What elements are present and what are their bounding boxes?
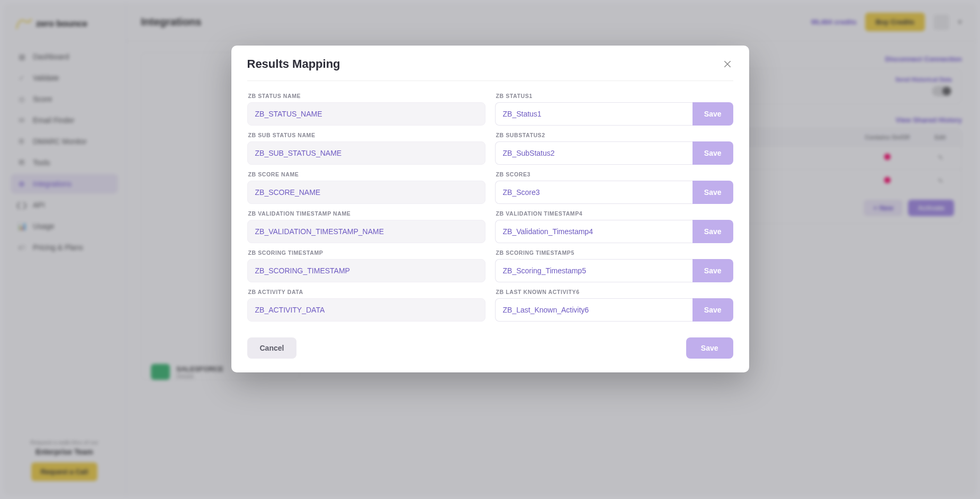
save-inline-button[interactable]: Save — [693, 298, 733, 322]
readonly-field: ZB_SCORE_NAME — [247, 181, 485, 204]
field-label: ZB VALIDATION TIMESTAMP NAME — [247, 207, 485, 220]
close-icon[interactable] — [722, 58, 733, 70]
field-label: ZB SCORING TIMESTAMP5 — [495, 246, 733, 259]
field-label: ZB VALIDATION TIMESTAMP4 — [495, 207, 733, 220]
save-inline-button[interactable]: Save — [693, 259, 733, 282]
field-label: ZB STATUS1 — [495, 90, 733, 102]
readonly-field: ZB_ACTIVITY_DATA — [247, 298, 485, 322]
mapping-input[interactable] — [495, 141, 693, 165]
mapping-input[interactable] — [495, 298, 693, 322]
field-label: ZB SCORE NAME — [247, 168, 485, 181]
save-inline-button[interactable]: Save — [693, 102, 733, 126]
field-label: ZB LAST KNOWN ACTIVITY6 — [495, 286, 733, 298]
field-label: ZB SUBSTATUS2 — [495, 129, 733, 141]
field-label: ZB SCORING TIMESTAMP — [247, 246, 485, 259]
save-inline-button[interactable]: Save — [693, 181, 733, 204]
mapping-input[interactable] — [495, 181, 693, 204]
save-inline-button[interactable]: Save — [693, 141, 733, 165]
save-button[interactable]: Save — [686, 337, 733, 359]
field-label: ZB SUB STATUS NAME — [247, 129, 485, 141]
mapping-input[interactable] — [495, 102, 693, 126]
readonly-field: ZB_VALIDATION_TIMESTAMP_NAME — [247, 220, 485, 243]
readonly-field: ZB_SCORING_TIMESTAMP — [247, 259, 485, 282]
field-label: ZB ACTIVITY DATA — [247, 286, 485, 298]
mapping-input[interactable] — [495, 220, 693, 243]
cancel-button[interactable]: Cancel — [247, 337, 297, 359]
readonly-field: ZB_STATUS_NAME — [247, 102, 485, 126]
results-mapping-modal: Results Mapping ZB STATUS NAMEZB_STATUS_… — [231, 46, 749, 372]
field-label: ZB STATUS NAME — [247, 90, 485, 102]
readonly-field: ZB_SUB_STATUS_NAME — [247, 141, 485, 165]
modal-overlay[interactable]: Results Mapping ZB STATUS NAMEZB_STATUS_… — [0, 0, 980, 499]
modal-title: Results Mapping — [247, 57, 340, 71]
mapping-input[interactable] — [495, 259, 693, 282]
save-inline-button[interactable]: Save — [693, 220, 733, 243]
field-label: ZB SCORE3 — [495, 168, 733, 181]
